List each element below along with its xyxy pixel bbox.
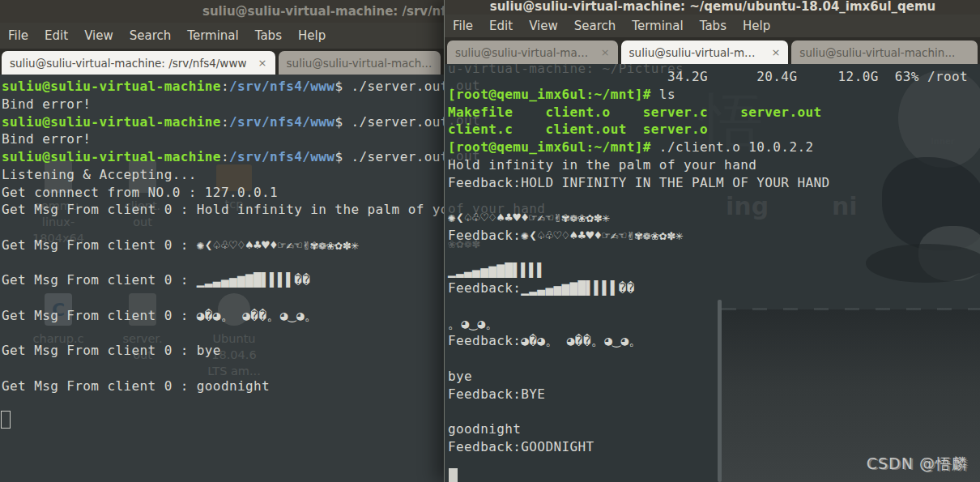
left-terminal-window: suliu@suliu-virtual-machine: /srv/nfs4/w… [0, 0, 444, 482]
left-window-title: suliu@suliu-virtual-machine: /srv/nfs4/w… [202, 4, 444, 19]
menu-item-edit[interactable]: Edit [36, 28, 76, 43]
tab[interactable]: suliu@suliu-virtual-mach... [279, 51, 441, 75]
menu-item-file[interactable]: File [445, 19, 481, 33]
terminal-line: Get Msg From client 0 : bye [2, 342, 444, 360]
tab-close-icon[interactable]: × [601, 46, 610, 58]
terminal-line: Listening & Accepting... [2, 166, 444, 184]
terminal-line: Bind error! [2, 96, 444, 113]
menu-item-file[interactable]: File [0, 28, 36, 43]
menu-item-view[interactable]: View [76, 28, 121, 43]
terminal-line [2, 289, 444, 307]
tab-label: suliu@suliu-virtual-machin... [799, 46, 955, 59]
menu-item-help[interactable]: Help [735, 19, 778, 33]
terminal-line: 34.2G 20.4G 12.0G 63% /root [448, 68, 980, 86]
left-terminal-text: suliu@suliu-virtual-machine:/srv/nfs4/ww… [0, 75, 444, 412]
terminal-line: Get Msg From client 0 : Hold infinity in… [2, 201, 444, 219]
terminal-line [2, 219, 444, 237]
tab[interactable]: suliu@suliu-virtual-machin...× [447, 41, 618, 64]
watermark: CSDN @悟麟 [867, 454, 968, 475]
terminal-line [448, 350, 980, 368]
right-terminal-text: 34.2G 20.4G 12.0G 63% /root[root@qemu_im… [445, 64, 980, 473]
scrollbar[interactable] [718, 300, 722, 482]
terminal-line: goodnight [448, 420, 980, 438]
terminal-line: Feedback:✺❮♤♧♡♢♠♣♥♦☞✍☜✌✾❁❀✿✽✳ [448, 227, 980, 245]
terminal-line: ✺❮♤♧♡♢♠♣♥♦☞✍☜✌✾❁❀✿✽✳ [448, 209, 980, 227]
menu-item-edit[interactable]: Edit [481, 19, 521, 33]
tab[interactable]: suliu@suliu-virtual-machin...× [621, 41, 789, 64]
terminal-line: Feedback:◕�◕。 ◕��。◕‿◕。 [448, 332, 980, 350]
menu-item-search[interactable]: Search [121, 28, 180, 43]
tab-label: suliu@suliu-virtual-machine: /srv/nfs4/w… [10, 57, 246, 70]
terminal-line: client.c client.out server.o [448, 121, 980, 139]
terminal-line: Feedback:▁▂▃▄▅▆▇█▌▌▌▌�� [448, 279, 980, 297]
terminal-line: suliu@suliu-virtual-machine:/srv/nfs4/ww… [2, 78, 444, 96]
terminal-line: Get Msg From client 0 : ✺❮♤♧♡♢♠♣♥♦☞✍☜✌✾❁… [2, 237, 444, 254]
terminal-line: Get Msg From client 0 : goodnight [2, 377, 444, 395]
tab-close-icon[interactable]: × [258, 57, 266, 69]
right-tabbar: suliu@suliu-virtual-machin...×suliu@suli… [445, 37, 980, 64]
right-terminal-window: suliu@suliu-virtual-machine: ~/qemu/ubun… [444, 0, 980, 482]
terminal-line [448, 245, 980, 262]
terminal-line [2, 360, 444, 377]
menu-item-terminal[interactable]: Terminal [179, 28, 246, 43]
terminal-line [2, 325, 444, 343]
terminal-line [448, 191, 980, 209]
terminal-line [448, 297, 980, 315]
desktop: { "desktop": { "watermark": "CSDN @悟麟", … [0, 0, 980, 482]
menu-item-tabs[interactable]: Tabs [247, 28, 290, 43]
terminal-line: suliu@suliu-virtual-machine:/srv/nfs4/ww… [2, 113, 444, 131]
right-menubar: FileEditViewSearchTerminalTabsHelp [445, 15, 980, 37]
tab[interactable]: suliu@suliu-virtual-machine: /srv/nfs4/w… [2, 51, 275, 75]
terminal-line: Get Msg From client 0 : ◕�◕。 ◕��。◕‿◕。 [2, 307, 444, 325]
tab[interactable]: suliu@suliu-virtual-machin... [791, 41, 978, 64]
right-terminal-body[interactable]: ing ni Inner 悟 u-virtual-machine: ~/Pict… [445, 64, 980, 482]
terminal-line: Feedback:BYE [448, 386, 980, 403]
menu-item-help[interactable]: Help [290, 28, 334, 43]
terminal-line [2, 254, 444, 272]
terminal-line: [root@qemu_imx6ul:~/mnt]# ./client.o 10.… [448, 139, 980, 156]
left-terminal-body[interactable]: qemmu-linux-1804x64client.outtcpCcharup.… [0, 75, 444, 482]
right-window-titlebar[interactable]: suliu@suliu-virtual-machine: ~/qemu/ubun… [445, 0, 980, 15]
cursor-outline [1, 411, 11, 429]
tab-label: suliu@suliu-virtual-machin... [629, 46, 761, 59]
terminal-line: bye [448, 368, 980, 386]
menu-item-search[interactable]: Search [566, 19, 624, 33]
terminal-line: Get Msg From client 0 : ▁▂▃▄▅▆▇█▌▌▌▌�� [2, 271, 444, 289]
terminal-line [448, 403, 980, 420]
terminal-line: suliu@suliu-virtual-machine:/srv/nfs4/ww… [2, 148, 444, 166]
terminal-line: 。◕‿◕。 [448, 315, 980, 333]
menu-item-view[interactable]: View [521, 19, 566, 33]
tab-label: suliu@suliu-virtual-mach... [287, 57, 432, 70]
menu-item-tabs[interactable]: Tabs [692, 19, 735, 33]
terminal-line: Bind error! [2, 130, 444, 148]
menu-item-terminal[interactable]: Terminal [624, 19, 691, 33]
left-window-titlebar[interactable]: suliu@suliu-virtual-machine: /srv/nfs4/w… [0, 0, 444, 23]
cursor-block [449, 468, 458, 482]
terminal-line: ▁▂▃▄▅▆▇█▌▌▌▌ [448, 262, 980, 279]
terminal-line: Makefile client.o server.c server.out [448, 104, 980, 122]
terminal-line: Feedback:HOLD INFINITY IN THE PALM OF YO… [448, 174, 980, 192]
terminal-line: Hold infinity in the palm of your hand [448, 156, 980, 174]
right-window-title: suliu@suliu-virtual-machine: ~/qemu/ubun… [490, 0, 936, 14]
terminal-line: [root@qemu_imx6ul:~/mnt]# ls [448, 86, 980, 104]
tab-label: suliu@suliu-virtual-machin... [455, 46, 590, 59]
left-tabbar: suliu@suliu-virtual-machine: /srv/nfs4/w… [0, 49, 444, 75]
terminal-line: Get connnect from NO.0 : 127.0.0.1 [2, 184, 444, 202]
left-menubar: FileEditViewSearchTerminalTabsHelp [0, 23, 444, 49]
terminal-line [2, 395, 444, 413]
tab-close-icon[interactable]: × [771, 46, 780, 58]
